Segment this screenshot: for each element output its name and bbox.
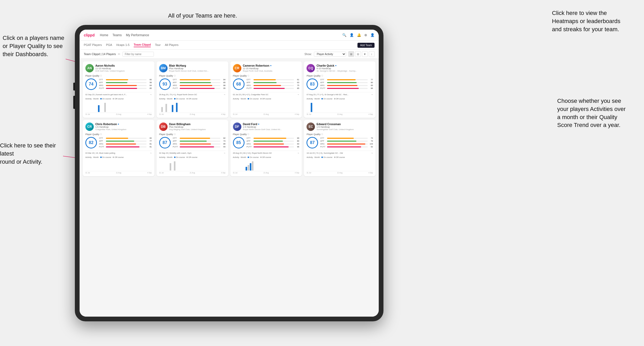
- chart-label-end: 4 Sep: [221, 113, 225, 115]
- latest-round[interactable]: 07 Aug 23 | 77 (+7), St George's Hill GC…: [307, 92, 373, 96]
- latest-round[interactable]: 26 Aug 23 | 73 (+1), Royal North Devon G…: [159, 92, 226, 96]
- player-card[interactable]: CR Chris Robertson ● 1-5 Handicap Craigm…: [83, 120, 154, 176]
- activity-label: Activity · Month On course Off course: [159, 156, 226, 158]
- subnav-all-players[interactable]: All Players: [165, 43, 179, 47]
- player-card[interactable]: BM Blair McHarg Plus Handicap Royal Nort…: [157, 61, 228, 118]
- subnav-pga[interactable]: PGA: [106, 43, 112, 47]
- putt-bar: [253, 88, 285, 89]
- latest-round[interactable]: 03 Mar 23 | 19, Must make putting →: [85, 151, 152, 154]
- putt-bar: [106, 146, 139, 147]
- settings-icon[interactable]: ⊕: [364, 33, 367, 37]
- app-label: APP: [173, 81, 179, 84]
- card-header: BM Blair McHarg Plus Handicap Royal Nort…: [159, 64, 226, 72]
- nav-teams[interactable]: Teams: [112, 33, 122, 37]
- search-icon[interactable]: 🔍: [342, 33, 346, 37]
- latest-round[interactable]: 18 Jul 23 | 74 (+4), Sunningdale GC - Ol…: [307, 151, 373, 154]
- quality-score[interactable]: 68: [233, 78, 245, 90]
- arg-bar: [106, 143, 136, 145]
- app-stat: APP 80: [320, 81, 373, 84]
- subnav-hcaps[interactable]: Hcaps 1-5: [116, 43, 129, 47]
- avatar-icon[interactable]: 👤: [370, 33, 375, 37]
- latest-round[interactable]: 02 Jul 23 | 59 (+17), Craigmillar Park G…: [233, 92, 299, 96]
- ott-bar: [180, 79, 211, 80]
- ott-stat: OTT 73: [320, 137, 373, 139]
- player-card[interactable]: CR Cameron Robertson ● 11-15 Handicap Ro…: [230, 61, 302, 118]
- player-info: Charlie Quick ● 6-10 Handicap St. George…: [316, 64, 373, 72]
- chart-label-end: 4 Sep: [221, 172, 225, 174]
- latest-round[interactable]: 04 Sep 23 | Mobility with coach, Gym →: [159, 151, 226, 154]
- putt-value: 85: [148, 87, 152, 89]
- player-card[interactable]: CQ Charlie Quick ● 6-10 Handicap St. Geo…: [304, 61, 376, 118]
- ott-value: 77: [369, 78, 373, 81]
- sort-icon[interactable]: ↕: [369, 51, 375, 57]
- quality-score[interactable]: 85: [233, 137, 245, 148]
- quality-score[interactable]: 93: [159, 78, 171, 90]
- app-value: 63: [295, 81, 299, 84]
- chart-label-start: 31 Jul: [233, 172, 237, 174]
- subnav-pgat[interactable]: PGAT Players: [84, 43, 102, 47]
- app-bar-container: [327, 141, 368, 142]
- arg-label: ARG: [173, 84, 179, 87]
- quality-score[interactable]: 87: [307, 137, 318, 148]
- avatar: EC: [307, 123, 315, 131]
- brand-logo[interactable]: clippd: [84, 33, 95, 37]
- activity-label: Activity · Month On course Off course: [159, 98, 226, 100]
- app-bar-container: [253, 82, 294, 83]
- arg-stat: ARG 81: [99, 143, 152, 145]
- notification-icon[interactable]: 🔔: [357, 33, 361, 37]
- on-course-dot: [174, 157, 175, 158]
- list-view-icon[interactable]: ⊟: [355, 51, 361, 57]
- avatar: CR: [233, 64, 241, 72]
- app-stat: APP 79: [320, 140, 373, 142]
- player-card[interactable]: AN Aaron Nicholls 11-15 Handicap Drift G…: [83, 61, 154, 118]
- app-label: APP: [173, 140, 179, 142]
- player-card[interactable]: EC Edward Crossman 1-5 Handicap Sunningd…: [304, 120, 376, 176]
- chart-labels: 31 Jul 21 Aug 4 Sep: [159, 113, 226, 115]
- quality-score[interactable]: 87: [159, 137, 171, 148]
- arg-stat: ARG 88: [173, 84, 226, 87]
- mini-chart: [233, 101, 299, 113]
- info-icon: ⓘ: [321, 74, 323, 77]
- card-header: DF David Ford ● 1-5 Handicap Royal North…: [233, 123, 299, 131]
- arg-value: 103: [369, 143, 373, 145]
- filter-icon[interactable]: ▼: [362, 51, 368, 57]
- ott-value: 84: [221, 78, 226, 81]
- quality-score[interactable]: 83: [307, 78, 318, 90]
- ott-stat: OTT 61: [247, 78, 299, 81]
- arg-bar: [180, 143, 211, 145]
- subnav-team-clippd[interactable]: Team Clippd: [134, 43, 151, 47]
- player-info: Cameron Robertson ● 11-15 Handicap Royal…: [243, 64, 299, 72]
- putt-value: 95: [221, 87, 226, 89]
- activity-dropdown[interactable]: Player Activity Quality Score Trend: [314, 52, 346, 57]
- subnav-tour[interactable]: Tour: [155, 43, 160, 47]
- profile-icon[interactable]: 👤: [350, 33, 354, 37]
- latest-round[interactable]: 26 Aug 23 | 84 (+12), Royal North Devon …: [233, 151, 299, 154]
- search-input[interactable]: [122, 52, 154, 57]
- ott-label: OTT: [320, 137, 326, 139]
- player-club: Sog Maging Golf Club, United Kingdom: [169, 128, 226, 131]
- grid-view-icon[interactable]: ⊞: [348, 51, 354, 57]
- add-team-button[interactable]: Add Team: [357, 43, 375, 48]
- on-course-legend: On course: [321, 98, 333, 100]
- app-label: APP: [99, 81, 105, 84]
- player-card[interactable]: DB Dave Billingham Plus Handicap Sog Mag…: [157, 120, 228, 176]
- quality-score[interactable]: 82: [85, 137, 97, 148]
- putt-stat: PUTT 85: [247, 87, 299, 89]
- off-course-legend: Off course: [334, 156, 345, 158]
- player-name: Dave Billingham: [169, 123, 226, 126]
- latest-round[interactable]: 02 Sep 23 | Sunset round to get back int…: [85, 92, 152, 96]
- arg-bar-container: [253, 85, 294, 86]
- player-card[interactable]: DF David Ford ● 1-5 Handicap Royal North…: [230, 120, 302, 176]
- edit-icon[interactable]: ✏: [118, 52, 120, 56]
- on-course-dot: [321, 157, 323, 158]
- quality-content: 68 OTT 61 APP 63 ARG: [233, 78, 299, 90]
- nav-home[interactable]: Home: [100, 33, 108, 37]
- nav-my-performance[interactable]: My Performance: [126, 33, 149, 37]
- arg-value: 83: [295, 143, 299, 145]
- round-text: 04 Sep 23 | Mobility with coach, Gym: [159, 152, 191, 154]
- putt-bar-container: [253, 146, 294, 147]
- ott-label: OTT: [320, 78, 326, 81]
- app-bar: [327, 141, 356, 142]
- putt-value: 86: [369, 87, 373, 89]
- quality-score[interactable]: 74: [85, 78, 97, 90]
